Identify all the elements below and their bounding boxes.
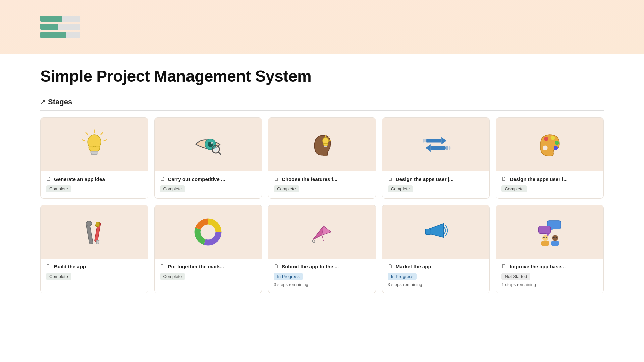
svg-rect-23 [423, 139, 424, 143]
svg-rect-57 [551, 241, 559, 246]
card-body: 🗋 Build the app Complete [41, 259, 148, 286]
card-title-row: 🗋 Submit the app to the ... [274, 263, 370, 269]
svg-line-13 [218, 152, 221, 154]
steps-remaining: 1 steps remaining [501, 282, 598, 287]
svg-rect-24 [430, 146, 445, 150]
svg-point-30 [555, 141, 559, 145]
svg-point-28 [544, 137, 548, 141]
svg-rect-20 [426, 139, 441, 143]
status-badge: Complete [274, 185, 299, 192]
card-image-tools [41, 205, 148, 259]
status-badge: Not Started [501, 273, 530, 280]
status-badge: Complete [501, 185, 527, 192]
section-arrow-icon: ↗ [40, 98, 45, 106]
svg-rect-16 [324, 146, 327, 147]
card-image-piechart [155, 205, 262, 259]
svg-point-10 [211, 142, 213, 144]
card-generate-app-idea[interactable]: 🗋 Generate an app idea Complete [40, 117, 148, 199]
card-image-people [496, 205, 603, 259]
card-image-eye [155, 118, 262, 171]
svg-line-19 [329, 140, 331, 141]
card-body: 🗋 Generate an app idea Complete [41, 171, 148, 198]
svg-rect-27 [448, 146, 450, 150]
svg-marker-36 [96, 240, 99, 244]
card-title-row: 🗋 Design the apps user j... [388, 176, 484, 182]
svg-line-46 [322, 235, 324, 241]
svg-line-3 [86, 133, 88, 134]
card-submit-app[interactable]: 🗋 Submit the app to the ... In Progress … [268, 205, 376, 293]
svg-point-29 [551, 136, 555, 140]
svg-line-2 [104, 140, 106, 141]
cards-row-2: 🗋 Build the app Complete [40, 205, 604, 293]
doc-icon: 🗋 [160, 263, 165, 269]
card-image-lightbulb [41, 118, 148, 171]
doc-icon: 🗋 [274, 176, 279, 182]
logo-bar-2 [40, 24, 80, 30]
card-improve-app[interactable]: 🗋 Improve the app base... Not Started 1 … [496, 205, 604, 293]
card-body: 🗋 Market the app In Progress 3 steps rem… [382, 259, 490, 293]
card-build-app[interactable]: 🗋 Build the app Complete [40, 205, 148, 293]
card-title: Choose the features f... [282, 176, 337, 182]
status-badge: Complete [46, 273, 71, 280]
card-title: Carry out competitive ... [168, 176, 225, 182]
svg-point-31 [554, 146, 558, 150]
steps-remaining: 3 steps remaining [388, 282, 484, 287]
card-body: 🗋 Submit the app to the ... In Progress … [268, 259, 376, 293]
card-body: 🗋 Design the apps user j... Complete [382, 171, 490, 198]
svg-point-55 [546, 237, 547, 238]
card-design-user-interface[interactable]: 🗋 Design the apps user i... Complete [496, 117, 604, 199]
card-title: Design the apps user j... [396, 176, 454, 182]
svg-point-58 [553, 237, 555, 238]
card-body: 🗋 Choose the features f... Complete [268, 171, 376, 198]
card-title-row: 🗋 Carry out competitive ... [160, 176, 257, 182]
top-banner [0, 0, 644, 54]
svg-line-1 [101, 133, 103, 134]
doc-icon: 🗋 [160, 176, 165, 182]
svg-rect-37 [95, 222, 100, 227]
card-market-app[interactable]: 🗋 Market the app In Progress 3 steps rem… [382, 205, 490, 293]
logo-bar-3 [40, 32, 80, 38]
card-image-palette [496, 118, 603, 171]
card-design-user-journey-1[interactable]: 🗋 Design the apps user j... Complete [382, 117, 490, 199]
card-title-row: 🗋 Build the app [46, 263, 143, 269]
card-image-head [268, 118, 376, 171]
card-competitive-research[interactable]: 🗋 Carry out competitive ... Complete [154, 117, 262, 199]
card-title: Design the apps user i... [509, 176, 568, 182]
svg-point-15 [323, 137, 329, 144]
section-title: Stages [48, 98, 72, 106]
svg-marker-45 [322, 226, 331, 235]
logo-icon [40, 16, 80, 38]
svg-rect-22 [425, 139, 428, 143]
svg-rect-26 [445, 146, 448, 150]
doc-icon: 🗋 [46, 176, 51, 182]
card-title: Generate an app idea [54, 176, 105, 182]
card-marketing[interactable]: 🗋 Put together the mark... Complete [154, 205, 262, 293]
svg-point-52 [542, 235, 548, 241]
svg-rect-53 [541, 241, 549, 246]
doc-icon: 🗋 [388, 263, 393, 269]
doc-icon: 🗋 [501, 176, 507, 182]
svg-marker-25 [425, 144, 430, 152]
section-header: ↗ Stages [40, 98, 604, 111]
card-choose-features[interactable]: 🗋 Choose the features f... Complete [268, 117, 376, 199]
card-body: 🗋 Carry out competitive ... Complete [155, 171, 262, 198]
card-image-megaphone [382, 205, 490, 259]
svg-point-56 [552, 235, 558, 241]
svg-point-43 [202, 226, 214, 238]
card-body: 🗋 Improve the app base... Not Started 1 … [496, 259, 603, 293]
status-badge: Complete [160, 273, 185, 280]
page-title: Simple Project Management System [40, 67, 604, 85]
card-title-row: 🗋 Design the apps user i... [501, 176, 598, 182]
svg-rect-50 [539, 226, 551, 234]
main-content: Simple Project Management System ↗ Stage… [0, 54, 644, 319]
card-title-row: 🗋 Choose the features f... [274, 176, 370, 182]
card-title: Improve the app base... [509, 264, 566, 269]
svg-rect-14 [323, 152, 327, 156]
card-body: 🗋 Design the apps user i... Complete [496, 171, 603, 198]
card-title-row: 🗋 Put together the mark... [160, 263, 257, 269]
card-title-row: 🗋 Improve the app base... [501, 263, 598, 269]
svg-line-4 [82, 140, 85, 141]
svg-point-32 [543, 146, 547, 150]
card-title: Put together the mark... [168, 264, 224, 269]
doc-icon: 🗋 [274, 263, 279, 269]
